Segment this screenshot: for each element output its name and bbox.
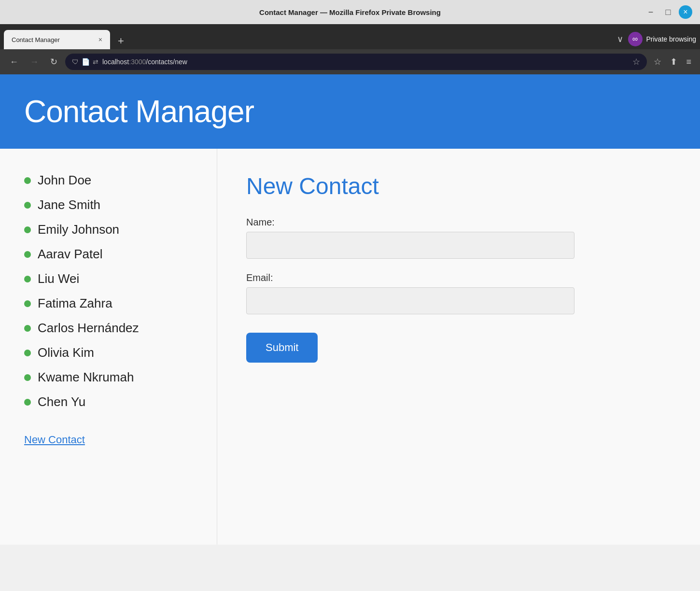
contact-name: Chen Yu xyxy=(38,394,85,409)
new-tab-button[interactable]: + xyxy=(114,33,128,49)
bookmarks-button[interactable]: ☆ xyxy=(651,55,664,69)
private-browsing-icon: ∞ xyxy=(628,32,643,46)
list-item[interactable]: Kwame Nkrumah xyxy=(24,365,193,390)
list-item[interactable]: Carlos Hernández xyxy=(24,316,193,340)
contact-name: Olivia Kim xyxy=(38,345,94,360)
app-title: Contact Manager xyxy=(24,94,676,129)
nav-right-buttons: ☆ ⬆ ≡ xyxy=(651,55,694,69)
contact-name: John Doe xyxy=(38,173,91,188)
list-item[interactable]: John Doe xyxy=(24,168,193,193)
list-item[interactable]: Olivia Kim xyxy=(24,340,193,365)
sidebar: John DoeJane SmithEmily JohnsonAarav Pat… xyxy=(0,149,217,545)
contact-name: Liu Wei xyxy=(38,271,79,286)
private-browsing-label: Private browsing xyxy=(646,35,697,43)
address-port-text: :3000 xyxy=(129,58,146,66)
maximize-button[interactable]: □ xyxy=(661,5,675,19)
new-contact-form: Name: Email: Submit xyxy=(246,217,671,363)
contact-status-dot xyxy=(24,276,31,282)
contact-name: Jane Smith xyxy=(38,197,100,212)
email-field-group: Email: xyxy=(246,272,671,314)
list-item[interactable]: Emily Johnson xyxy=(24,217,193,242)
list-item[interactable]: Aarav Patel xyxy=(24,242,193,267)
contact-status-dot xyxy=(24,399,31,406)
tab-dropdown-button[interactable]: ∨ xyxy=(617,34,623,44)
contact-name: Fatima Zahra xyxy=(38,296,112,311)
list-item[interactable]: Fatima Zahra xyxy=(24,291,193,316)
menu-button[interactable]: ≡ xyxy=(683,55,694,69)
forward-button[interactable]: → xyxy=(26,54,42,70)
list-item[interactable]: Chen Yu xyxy=(24,390,193,414)
shield-icon: 🛡 xyxy=(72,58,79,66)
contact-status-dot xyxy=(24,251,31,258)
address-bar-icons: 🛡 📄 ⇄ xyxy=(72,58,98,66)
name-field-group: Name: xyxy=(246,217,671,259)
address-bar[interactable]: 🛡 📄 ⇄ localhost:3000/contacts/new ☆ xyxy=(65,54,647,70)
contact-name: Emily Johnson xyxy=(38,222,119,237)
contact-status-dot xyxy=(24,374,31,381)
app-content: John DoeJane SmithEmily JohnsonAarav Pat… xyxy=(0,149,700,545)
name-label: Name: xyxy=(246,217,671,228)
window-title: Contact Manager — Mozilla Firefox Privat… xyxy=(259,8,441,16)
active-tab[interactable]: Contact Manager × xyxy=(4,30,110,49)
submit-button[interactable]: Submit xyxy=(246,333,318,363)
contact-status-dot xyxy=(24,177,31,184)
tracking-icon: ⇄ xyxy=(93,58,98,66)
tab-bar: Contact Manager × + ∨ ∞ Private browsing xyxy=(0,24,700,49)
address-host: localhost xyxy=(102,58,129,66)
page-icon: 📄 xyxy=(82,58,90,66)
reload-button[interactable]: ↻ xyxy=(46,54,61,70)
contact-status-dot xyxy=(24,325,31,332)
list-item[interactable]: Jane Smith xyxy=(24,193,193,217)
contact-status-dot xyxy=(24,226,31,233)
nav-bar: ← → ↻ 🛡 📄 ⇄ localhost:3000/contacts/new … xyxy=(0,49,700,74)
email-label: Email: xyxy=(246,272,671,283)
back-button[interactable]: ← xyxy=(6,54,22,70)
app-header: Contact Manager xyxy=(0,74,700,149)
main-content: New Contact Name: Email: Submit xyxy=(217,149,700,545)
email-input[interactable] xyxy=(246,287,574,314)
bookmark-button[interactable]: ☆ xyxy=(632,56,640,67)
list-item[interactable]: Liu Wei xyxy=(24,267,193,291)
name-input[interactable] xyxy=(246,232,574,259)
form-title: New Contact xyxy=(246,173,671,199)
contact-status-dot xyxy=(24,202,31,209)
new-contact-link[interactable]: New Contact xyxy=(24,434,85,446)
contact-name: Aarav Patel xyxy=(38,247,102,262)
tab-title: Contact Manager xyxy=(12,36,95,43)
private-browsing-badge: ∞ Private browsing xyxy=(628,32,697,46)
minimize-button[interactable]: − xyxy=(644,5,658,19)
contact-status-dot xyxy=(24,350,31,356)
contact-list: John DoeJane SmithEmily JohnsonAarav Pat… xyxy=(24,168,193,414)
contact-name: Carlos Hernández xyxy=(38,321,139,336)
contact-name: Kwame Nkrumah xyxy=(38,370,134,385)
share-button[interactable]: ⬆ xyxy=(667,55,680,69)
contact-status-dot xyxy=(24,300,31,307)
tab-close-button[interactable]: × xyxy=(98,36,102,43)
close-button[interactable]: × xyxy=(679,5,692,19)
title-bar: Contact Manager — Mozilla Firefox Privat… xyxy=(0,0,700,24)
address-text: localhost:3000/contacts/new xyxy=(102,58,629,66)
address-path-text: /contacts/new xyxy=(146,58,187,66)
